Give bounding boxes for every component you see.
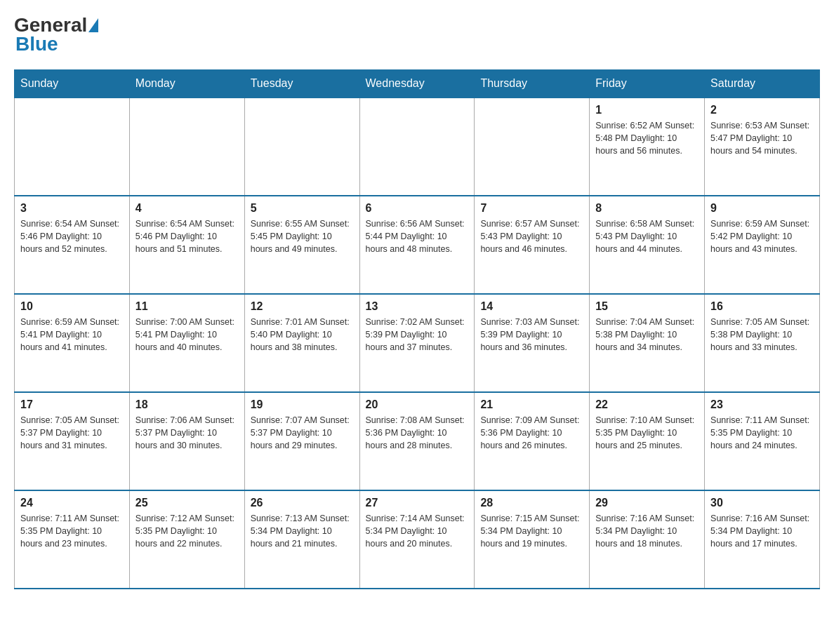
day-number: 8 [595,202,699,215]
day-info: Sunrise: 7:10 AM Sunset: 5:35 PM Dayligh… [595,414,699,452]
day-of-week-header: Tuesday [244,70,359,98]
day-info: Sunrise: 7:15 AM Sunset: 5:34 PM Dayligh… [480,512,583,550]
day-info: Sunrise: 7:05 AM Sunset: 5:38 PM Dayligh… [710,316,814,354]
day-number: 6 [366,202,469,215]
day-info: Sunrise: 7:12 AM Sunset: 5:35 PM Dayligh… [135,512,239,550]
calendar-cell: 21Sunrise: 7:09 AM Sunset: 5:36 PM Dayli… [475,392,590,490]
day-info: Sunrise: 7:08 AM Sunset: 5:36 PM Dayligh… [366,414,469,452]
calendar-cell: 20Sunrise: 7:08 AM Sunset: 5:36 PM Dayli… [359,392,475,490]
day-number: 4 [135,202,239,215]
day-number: 12 [251,300,354,313]
day-number: 10 [20,300,124,313]
calendar-cell: 28Sunrise: 7:15 AM Sunset: 5:34 PM Dayli… [475,490,590,589]
day-info: Sunrise: 7:09 AM Sunset: 5:36 PM Dayligh… [480,414,583,452]
calendar-cell: 5Sunrise: 6:55 AM Sunset: 5:45 PM Daylig… [244,196,359,294]
logo-blue-text: Blue [14,33,58,55]
calendar-cell: 30Sunrise: 7:16 AM Sunset: 5:34 PM Dayli… [705,490,820,589]
day-info: Sunrise: 6:54 AM Sunset: 5:46 PM Dayligh… [20,217,124,255]
calendar-week-row: 3Sunrise: 6:54 AM Sunset: 5:46 PM Daylig… [15,196,820,294]
day-info: Sunrise: 7:04 AM Sunset: 5:38 PM Dayligh… [595,316,699,354]
day-number: 22 [595,398,699,411]
day-info: Sunrise: 6:54 AM Sunset: 5:46 PM Dayligh… [135,217,239,255]
calendar-cell: 13Sunrise: 7:02 AM Sunset: 5:39 PM Dayli… [359,294,475,392]
day-info: Sunrise: 7:01 AM Sunset: 5:40 PM Dayligh… [251,316,354,354]
day-number: 11 [135,300,239,313]
day-number: 29 [595,497,699,509]
calendar-cell: 26Sunrise: 7:13 AM Sunset: 5:34 PM Dayli… [244,490,359,589]
day-info: Sunrise: 6:55 AM Sunset: 5:45 PM Dayligh… [251,217,354,255]
day-number: 18 [135,398,239,411]
day-of-week-header: Sunday [15,70,130,98]
calendar-cell: 17Sunrise: 7:05 AM Sunset: 5:37 PM Dayli… [15,392,130,490]
day-info: Sunrise: 7:00 AM Sunset: 5:41 PM Dayligh… [135,316,239,354]
day-info: Sunrise: 6:59 AM Sunset: 5:42 PM Dayligh… [710,217,814,255]
day-number: 15 [595,300,699,313]
calendar-cell: 15Sunrise: 7:04 AM Sunset: 5:38 PM Dayli… [590,294,705,392]
calendar-cell: 2Sunrise: 6:53 AM Sunset: 5:47 PM Daylig… [705,98,820,196]
day-info: Sunrise: 6:59 AM Sunset: 5:41 PM Dayligh… [20,316,124,354]
day-number: 14 [480,300,583,313]
calendar-week-row: 24Sunrise: 7:11 AM Sunset: 5:35 PM Dayli… [15,490,820,589]
logo-triangle-icon [88,18,98,32]
day-number: 19 [251,398,354,411]
day-info: Sunrise: 7:11 AM Sunset: 5:35 PM Dayligh… [710,414,814,452]
day-of-week-header: Friday [590,70,705,98]
day-info: Sunrise: 7:11 AM Sunset: 5:35 PM Dayligh… [20,512,124,550]
calendar-cell: 18Sunrise: 7:06 AM Sunset: 5:37 PM Dayli… [129,392,244,490]
calendar-cell: 19Sunrise: 7:07 AM Sunset: 5:37 PM Dayli… [244,392,359,490]
day-number: 28 [480,497,583,509]
day-of-week-header: Monday [129,70,244,98]
calendar-cell [15,98,130,196]
day-of-week-header: Saturday [705,70,820,98]
day-number: 1 [595,104,699,116]
day-number: 30 [710,497,814,509]
day-number: 24 [20,497,124,509]
day-info: Sunrise: 6:53 AM Sunset: 5:47 PM Dayligh… [710,119,814,157]
day-info: Sunrise: 7:02 AM Sunset: 5:39 PM Dayligh… [366,316,469,354]
calendar-cell: 27Sunrise: 7:14 AM Sunset: 5:34 PM Dayli… [359,490,475,589]
calendar-week-row: 1Sunrise: 6:52 AM Sunset: 5:48 PM Daylig… [15,98,820,196]
calendar-cell: 22Sunrise: 7:10 AM Sunset: 5:35 PM Dayli… [590,392,705,490]
calendar-table: SundayMondayTuesdayWednesdayThursdayFrid… [14,69,820,589]
day-number: 21 [480,398,583,411]
calendar-header-row: SundayMondayTuesdayWednesdayThursdayFrid… [15,70,820,98]
calendar-cell: 23Sunrise: 7:11 AM Sunset: 5:35 PM Dayli… [705,392,820,490]
day-number: 25 [135,497,239,509]
calendar-cell: 8Sunrise: 6:58 AM Sunset: 5:43 PM Daylig… [590,196,705,294]
calendar-cell: 6Sunrise: 6:56 AM Sunset: 5:44 PM Daylig… [359,196,475,294]
day-of-week-header: Thursday [475,70,590,98]
calendar-cell: 1Sunrise: 6:52 AM Sunset: 5:48 PM Daylig… [590,98,705,196]
day-info: Sunrise: 7:13 AM Sunset: 5:34 PM Dayligh… [251,512,354,550]
calendar-cell: 9Sunrise: 6:59 AM Sunset: 5:42 PM Daylig… [705,196,820,294]
calendar-week-row: 10Sunrise: 6:59 AM Sunset: 5:41 PM Dayli… [15,294,820,392]
calendar-cell: 14Sunrise: 7:03 AM Sunset: 5:39 PM Dayli… [475,294,590,392]
day-info: Sunrise: 6:56 AM Sunset: 5:44 PM Dayligh… [366,217,469,255]
calendar-cell: 3Sunrise: 6:54 AM Sunset: 5:46 PM Daylig… [15,196,130,294]
day-info: Sunrise: 6:57 AM Sunset: 5:43 PM Dayligh… [480,217,583,255]
day-info: Sunrise: 7:07 AM Sunset: 5:37 PM Dayligh… [251,414,354,452]
day-number: 16 [710,300,814,313]
calendar-cell [359,98,475,196]
calendar-week-row: 17Sunrise: 7:05 AM Sunset: 5:37 PM Dayli… [15,392,820,490]
calendar-cell: 16Sunrise: 7:05 AM Sunset: 5:38 PM Dayli… [705,294,820,392]
day-info: Sunrise: 7:16 AM Sunset: 5:34 PM Dayligh… [710,512,814,550]
day-info: Sunrise: 6:58 AM Sunset: 5:43 PM Dayligh… [595,217,699,255]
calendar-cell: 4Sunrise: 6:54 AM Sunset: 5:46 PM Daylig… [129,196,244,294]
day-info: Sunrise: 7:16 AM Sunset: 5:34 PM Dayligh… [595,512,699,550]
calendar-cell [129,98,244,196]
calendar-cell: 29Sunrise: 7:16 AM Sunset: 5:34 PM Dayli… [590,490,705,589]
day-number: 2 [710,104,814,116]
day-number: 20 [366,398,469,411]
calendar-cell: 10Sunrise: 6:59 AM Sunset: 5:41 PM Dayli… [15,294,130,392]
day-number: 26 [251,497,354,509]
day-number: 27 [366,497,469,509]
day-info: Sunrise: 7:06 AM Sunset: 5:37 PM Dayligh… [135,414,239,452]
page-header: General Blue [14,14,820,55]
calendar-cell [244,98,359,196]
day-number: 7 [480,202,583,215]
day-of-week-header: Wednesday [359,70,475,98]
day-number: 5 [251,202,354,215]
calendar-cell: 11Sunrise: 7:00 AM Sunset: 5:41 PM Dayli… [129,294,244,392]
day-info: Sunrise: 7:03 AM Sunset: 5:39 PM Dayligh… [480,316,583,354]
day-number: 9 [710,202,814,215]
